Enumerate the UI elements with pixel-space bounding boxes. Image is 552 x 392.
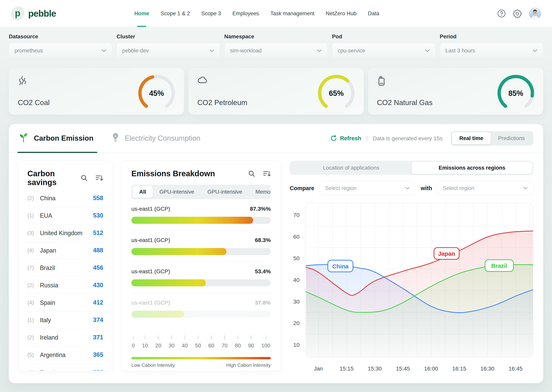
breakdown-pill-all[interactable]: All bbox=[133, 186, 153, 198]
savings-value: 456 bbox=[93, 264, 103, 271]
toggle-emissions-across-regions[interactable]: Emissions across regions bbox=[412, 162, 533, 174]
svg-text:30: 30 bbox=[293, 299, 300, 305]
filter-select-namespace[interactable]: sim-workload bbox=[224, 43, 328, 58]
emissions-breakdown-title: Emissions Breakdown bbox=[131, 169, 248, 178]
axis-tick: 10 bbox=[142, 336, 148, 349]
filter-label: Pod bbox=[332, 34, 435, 40]
filter-bar: DatasourceprometheusClusterpebble-devNam… bbox=[9, 27, 543, 58]
brand[interactable]: p pebble bbox=[11, 7, 93, 21]
savings-row-spain[interactable]: (4)Spain412 bbox=[27, 294, 103, 311]
compare-row: Compare Select region with Select region bbox=[290, 181, 533, 195]
axis-tick: 100 bbox=[261, 336, 270, 349]
fuel-can-icon bbox=[377, 76, 433, 87]
leaf-icon bbox=[18, 132, 29, 145]
breakdown-pill-gpu-intensive[interactable]: GPU-intensive bbox=[153, 186, 201, 198]
nav-item-employees[interactable]: Employees bbox=[232, 0, 259, 27]
refresh-icon bbox=[330, 135, 337, 142]
savings-row-china[interactable]: (2)China558 bbox=[27, 189, 103, 207]
logo-letter: p bbox=[15, 8, 20, 18]
filter-select-datasource[interactable]: prometheus bbox=[9, 43, 112, 58]
nav-item-task-management[interactable]: Task management bbox=[270, 0, 314, 27]
toggle-predictions[interactable]: Predictions bbox=[491, 132, 532, 144]
breakdown-pill-gpu-intensive[interactable]: GPU-intensive bbox=[201, 186, 249, 198]
compare-region-select-1[interactable]: Select region bbox=[319, 181, 416, 195]
svg-text:70: 70 bbox=[293, 212, 300, 218]
savings-rank: (2) bbox=[27, 282, 40, 288]
bar-track bbox=[131, 217, 271, 224]
regions-view-toggle: Location of applications Emissions acros… bbox=[290, 161, 533, 175]
bar-label: us-east1 (GCP) bbox=[131, 237, 170, 243]
toggle-real-time[interactable]: Real time bbox=[452, 132, 491, 144]
help-icon[interactable] bbox=[497, 9, 506, 18]
user-avatar[interactable] bbox=[529, 7, 541, 20]
filter-select-pod[interactable]: cpu-service bbox=[332, 43, 435, 58]
axis-tick: 40 bbox=[182, 336, 188, 349]
refresh-button[interactable]: Refresh bbox=[330, 135, 361, 142]
savings-row-japan[interactable]: (4)Japan488 bbox=[27, 242, 103, 259]
app-header: p pebble HomeScope 1 & 2Scope 3Employees… bbox=[0, 0, 552, 27]
main-panel: Carbon Emission Electricity Consumption bbox=[9, 124, 543, 383]
search-icon[interactable] bbox=[248, 170, 255, 177]
savings-value: 488 bbox=[93, 247, 103, 254]
sort-desc-icon[interactable] bbox=[95, 175, 103, 181]
carbon-savings-card: Carbon savings bbox=[18, 161, 112, 371]
savings-country: Argentina bbox=[40, 351, 93, 358]
filter-select-cluster[interactable]: pebble-dev bbox=[116, 43, 220, 58]
svg-text:Japan: Japan bbox=[438, 250, 455, 257]
axis-tick: 0 bbox=[132, 336, 135, 349]
axis-tick: 80 bbox=[235, 336, 241, 349]
bar-percent: 37.8% bbox=[255, 300, 271, 306]
select-value: pebble-dev bbox=[122, 48, 149, 54]
nav-item-home[interactable]: Home bbox=[134, 0, 149, 27]
search-icon[interactable] bbox=[80, 174, 88, 182]
tab-electricity-consumption[interactable]: Electricity Consumption bbox=[111, 124, 201, 153]
savings-rank: (7) bbox=[27, 265, 40, 271]
emissions-chart[interactable]: 70605040302010Jan15:1515:3015:4516:0016:… bbox=[290, 202, 533, 378]
select-value: prometheus bbox=[14, 48, 43, 54]
kpi-title: CO2 Coal bbox=[18, 98, 50, 107]
svg-text:16:30: 16:30 bbox=[480, 365, 494, 372]
pebble-logo-icon: p bbox=[11, 7, 24, 21]
legend-high-label: High Cabon Intensity bbox=[226, 363, 271, 368]
flame-icon bbox=[18, 76, 50, 88]
savings-rank: (2) bbox=[27, 335, 40, 341]
breakdown-filter-pills: AllGPU-intensiveGPU-intensiveMemory-inte… bbox=[131, 185, 271, 199]
kpi-gauge: 45% bbox=[137, 74, 176, 113]
breakdown-pill-memory-intensive[interactable]: Memory-intensive bbox=[249, 186, 271, 198]
savings-row-eua[interactable]: (1)EUA530 bbox=[27, 207, 103, 224]
savings-row-russia[interactable]: (3)Russia333 bbox=[27, 364, 103, 371]
tab-controls: Refresh | Data is generated every 15s Re… bbox=[330, 131, 533, 146]
bar-percent: 53.4% bbox=[255, 268, 271, 275]
nav-item-netzero-hub[interactable]: NetZero Hub bbox=[326, 0, 357, 27]
with-label: with bbox=[421, 185, 432, 191]
toggle-location-of-applications[interactable]: Location of applications bbox=[291, 162, 412, 174]
compare-region-select-2[interactable]: Select region bbox=[437, 181, 533, 195]
select-value: sim-workload bbox=[230, 48, 262, 54]
nav-item-scope-1-2[interactable]: Scope 1 & 2 bbox=[160, 0, 190, 27]
breakdown-axis: 0102030405060708090100 bbox=[131, 336, 271, 349]
settings-gear-icon[interactable] bbox=[513, 9, 522, 18]
refresh-label: Refresh bbox=[340, 135, 361, 142]
nav-item-scope-3[interactable]: Scope 3 bbox=[201, 0, 221, 27]
carbon-savings-title: Carbon savings bbox=[27, 169, 80, 187]
savings-row-ireland[interactable]: (2)Ireland371 bbox=[27, 329, 103, 346]
savings-row-brazil[interactable]: (7)Brazil456 bbox=[27, 259, 103, 277]
savings-rank: (2) bbox=[27, 195, 40, 201]
breakdown-bar-group: us-east1 (GCP)37.8% bbox=[131, 300, 271, 324]
bar-fill bbox=[131, 248, 226, 255]
filter-select-period[interactable]: Last 3 hours bbox=[440, 43, 543, 58]
sort-desc-icon[interactable] bbox=[263, 170, 271, 177]
savings-row-italy[interactable]: (1)Italy374 bbox=[27, 311, 103, 329]
select-value: cpu-service bbox=[338, 48, 365, 54]
bar-track bbox=[131, 311, 271, 318]
tab-carbon-emission[interactable]: Carbon Emission bbox=[18, 124, 102, 153]
savings-country: Italy bbox=[40, 317, 93, 323]
svg-text:50: 50 bbox=[293, 255, 300, 261]
savings-row-argentina[interactable]: (5)Argentina365 bbox=[27, 346, 103, 364]
savings-country: Japan bbox=[40, 247, 93, 254]
savings-row-united-kingdom[interactable]: (3)United Kingdom512 bbox=[27, 224, 103, 242]
nav-item-data[interactable]: Data bbox=[368, 0, 379, 27]
kpi-card-co2-coal: CO2 Coal45% bbox=[9, 68, 184, 115]
savings-rank: (4) bbox=[27, 247, 40, 253]
savings-row-russia[interactable]: (2)Russia430 bbox=[27, 277, 103, 294]
